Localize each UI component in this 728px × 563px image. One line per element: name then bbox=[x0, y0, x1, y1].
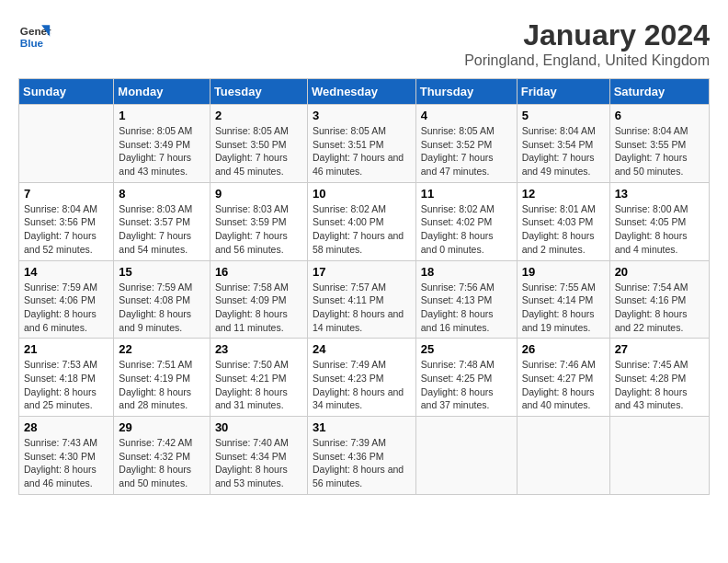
day-detail: Sunrise: 7:59 AMSunset: 4:08 PMDaylight:… bbox=[119, 281, 205, 335]
weekday-header-tuesday: Tuesday bbox=[210, 79, 307, 105]
calendar-cell: 12Sunrise: 8:01 AMSunset: 4:03 PMDayligh… bbox=[517, 182, 609, 260]
calendar-cell: 4Sunrise: 8:05 AMSunset: 3:52 PMDaylight… bbox=[415, 105, 517, 183]
day-number: 15 bbox=[119, 265, 205, 279]
day-detail: Sunrise: 8:05 AMSunset: 3:50 PMDaylight:… bbox=[215, 124, 302, 178]
calendar-week-row: 21Sunrise: 7:53 AMSunset: 4:18 PMDayligh… bbox=[19, 339, 710, 417]
day-detail: Sunrise: 7:57 AMSunset: 4:11 PMDaylight:… bbox=[313, 281, 411, 335]
calendar-table: SundayMondayTuesdayWednesdayThursdayFrid… bbox=[18, 78, 710, 495]
calendar-cell: 27Sunrise: 7:45 AMSunset: 4:28 PMDayligh… bbox=[609, 339, 709, 417]
day-detail: Sunrise: 7:45 AMSunset: 4:28 PMDaylight:… bbox=[615, 358, 704, 412]
day-number: 11 bbox=[421, 187, 512, 201]
calendar-cell bbox=[415, 417, 517, 495]
day-number: 21 bbox=[24, 342, 108, 356]
day-detail: Sunrise: 8:05 AMSunset: 3:52 PMDaylight:… bbox=[421, 124, 512, 178]
calendar-cell: 16Sunrise: 7:58 AMSunset: 4:09 PMDayligh… bbox=[210, 260, 307, 339]
page-header: General Blue January 2024 Poringland, En… bbox=[18, 18, 710, 69]
calendar-cell bbox=[517, 417, 609, 495]
day-number: 4 bbox=[421, 109, 512, 122]
page-title: January 2024 bbox=[464, 18, 710, 52]
day-detail: Sunrise: 7:59 AMSunset: 4:06 PMDaylight:… bbox=[24, 281, 108, 335]
day-number: 18 bbox=[421, 265, 512, 279]
calendar-cell: 31Sunrise: 7:39 AMSunset: 4:36 PMDayligh… bbox=[307, 417, 415, 495]
calendar-cell bbox=[19, 105, 114, 183]
day-detail: Sunrise: 8:04 AMSunset: 3:55 PMDaylight:… bbox=[615, 124, 704, 178]
calendar-cell: 21Sunrise: 7:53 AMSunset: 4:18 PMDayligh… bbox=[19, 339, 114, 417]
calendar-cell: 5Sunrise: 8:04 AMSunset: 3:54 PMDaylight… bbox=[517, 105, 609, 183]
day-number: 13 bbox=[615, 187, 704, 201]
day-number: 27 bbox=[615, 342, 704, 356]
day-detail: Sunrise: 7:50 AMSunset: 4:21 PMDaylight:… bbox=[215, 358, 302, 412]
day-detail: Sunrise: 7:46 AMSunset: 4:27 PMDaylight:… bbox=[522, 358, 605, 412]
day-number: 9 bbox=[215, 187, 302, 201]
calendar-cell: 23Sunrise: 7:50 AMSunset: 4:21 PMDayligh… bbox=[210, 339, 307, 417]
weekday-header-wednesday: Wednesday bbox=[307, 79, 415, 105]
day-number: 3 bbox=[313, 109, 411, 122]
calendar-week-row: 14Sunrise: 7:59 AMSunset: 4:06 PMDayligh… bbox=[19, 260, 710, 339]
day-detail: Sunrise: 7:54 AMSunset: 4:16 PMDaylight:… bbox=[615, 281, 704, 335]
day-number: 1 bbox=[119, 109, 205, 122]
day-number: 7 bbox=[24, 187, 108, 201]
day-number: 8 bbox=[119, 187, 205, 201]
weekday-header-saturday: Saturday bbox=[609, 79, 709, 105]
calendar-cell: 2Sunrise: 8:05 AMSunset: 3:50 PMDaylight… bbox=[210, 105, 307, 183]
day-detail: Sunrise: 8:05 AMSunset: 3:49 PMDaylight:… bbox=[119, 124, 205, 178]
day-number: 2 bbox=[215, 109, 302, 122]
day-detail: Sunrise: 8:01 AMSunset: 4:03 PMDaylight:… bbox=[522, 202, 605, 257]
day-detail: Sunrise: 7:39 AMSunset: 4:36 PMDaylight:… bbox=[313, 436, 411, 490]
day-detail: Sunrise: 8:05 AMSunset: 3:51 PMDaylight:… bbox=[313, 124, 411, 178]
day-number: 14 bbox=[24, 265, 108, 279]
weekday-header-sunday: Sunday bbox=[19, 79, 114, 105]
calendar-cell: 7Sunrise: 8:04 AMSunset: 3:56 PMDaylight… bbox=[19, 182, 114, 260]
day-detail: Sunrise: 7:51 AMSunset: 4:19 PMDaylight:… bbox=[119, 358, 205, 412]
calendar-cell: 6Sunrise: 8:04 AMSunset: 3:55 PMDaylight… bbox=[609, 105, 709, 183]
day-number: 20 bbox=[615, 265, 704, 279]
calendar-cell: 8Sunrise: 8:03 AMSunset: 3:57 PMDaylight… bbox=[114, 182, 210, 260]
day-detail: Sunrise: 8:03 AMSunset: 3:59 PMDaylight:… bbox=[215, 202, 302, 257]
day-number: 30 bbox=[215, 420, 302, 434]
day-number: 29 bbox=[119, 420, 205, 434]
calendar-cell: 17Sunrise: 7:57 AMSunset: 4:11 PMDayligh… bbox=[307, 260, 415, 339]
day-number: 16 bbox=[215, 265, 302, 279]
day-detail: Sunrise: 8:04 AMSunset: 3:54 PMDaylight:… bbox=[522, 124, 605, 178]
day-number: 12 bbox=[522, 187, 605, 201]
calendar-cell: 20Sunrise: 7:54 AMSunset: 4:16 PMDayligh… bbox=[609, 260, 709, 339]
calendar-cell: 9Sunrise: 8:03 AMSunset: 3:59 PMDaylight… bbox=[210, 182, 307, 260]
day-number: 31 bbox=[313, 420, 411, 434]
logo: General Blue bbox=[18, 18, 51, 52]
calendar-cell: 11Sunrise: 8:02 AMSunset: 4:02 PMDayligh… bbox=[415, 182, 517, 260]
day-detail: Sunrise: 8:02 AMSunset: 4:02 PMDaylight:… bbox=[421, 202, 512, 257]
calendar-cell: 30Sunrise: 7:40 AMSunset: 4:34 PMDayligh… bbox=[210, 417, 307, 495]
weekday-header-friday: Friday bbox=[517, 79, 609, 105]
calendar-cell: 18Sunrise: 7:56 AMSunset: 4:13 PMDayligh… bbox=[415, 260, 517, 339]
calendar-cell: 29Sunrise: 7:42 AMSunset: 4:32 PMDayligh… bbox=[114, 417, 210, 495]
day-number: 26 bbox=[522, 342, 605, 356]
calendar-cell: 28Sunrise: 7:43 AMSunset: 4:30 PMDayligh… bbox=[19, 417, 114, 495]
day-number: 6 bbox=[615, 109, 704, 122]
weekday-header-monday: Monday bbox=[114, 79, 210, 105]
calendar-cell: 19Sunrise: 7:55 AMSunset: 4:14 PMDayligh… bbox=[517, 260, 609, 339]
calendar-cell: 15Sunrise: 7:59 AMSunset: 4:08 PMDayligh… bbox=[114, 260, 210, 339]
day-detail: Sunrise: 7:49 AMSunset: 4:23 PMDaylight:… bbox=[313, 358, 411, 412]
calendar-cell: 22Sunrise: 7:51 AMSunset: 4:19 PMDayligh… bbox=[114, 339, 210, 417]
day-detail: Sunrise: 8:02 AMSunset: 4:00 PMDaylight:… bbox=[313, 202, 411, 257]
day-detail: Sunrise: 7:43 AMSunset: 4:30 PMDaylight:… bbox=[24, 436, 108, 490]
day-detail: Sunrise: 7:56 AMSunset: 4:13 PMDaylight:… bbox=[421, 281, 512, 335]
day-number: 10 bbox=[313, 187, 411, 201]
title-area: January 2024 Poringland, England, United… bbox=[464, 18, 710, 69]
calendar-cell: 3Sunrise: 8:05 AMSunset: 3:51 PMDaylight… bbox=[307, 105, 415, 183]
page-subtitle: Poringland, England, United Kingdom bbox=[464, 52, 710, 69]
calendar-cell: 24Sunrise: 7:49 AMSunset: 4:23 PMDayligh… bbox=[307, 339, 415, 417]
logo-icon: General Blue bbox=[18, 18, 51, 52]
calendar-cell: 10Sunrise: 8:02 AMSunset: 4:00 PMDayligh… bbox=[307, 182, 415, 260]
weekday-header-thursday: Thursday bbox=[415, 79, 517, 105]
day-number: 22 bbox=[119, 342, 205, 356]
day-detail: Sunrise: 8:03 AMSunset: 3:57 PMDaylight:… bbox=[119, 202, 205, 257]
day-number: 24 bbox=[313, 342, 411, 356]
calendar-cell: 13Sunrise: 8:00 AMSunset: 4:05 PMDayligh… bbox=[609, 182, 709, 260]
day-detail: Sunrise: 7:58 AMSunset: 4:09 PMDaylight:… bbox=[215, 281, 302, 335]
calendar-cell: 25Sunrise: 7:48 AMSunset: 4:25 PMDayligh… bbox=[415, 339, 517, 417]
day-detail: Sunrise: 8:00 AMSunset: 4:05 PMDaylight:… bbox=[615, 202, 704, 257]
svg-text:Blue: Blue bbox=[20, 37, 44, 49]
day-detail: Sunrise: 8:04 AMSunset: 3:56 PMDaylight:… bbox=[24, 202, 108, 257]
day-number: 5 bbox=[522, 109, 605, 122]
